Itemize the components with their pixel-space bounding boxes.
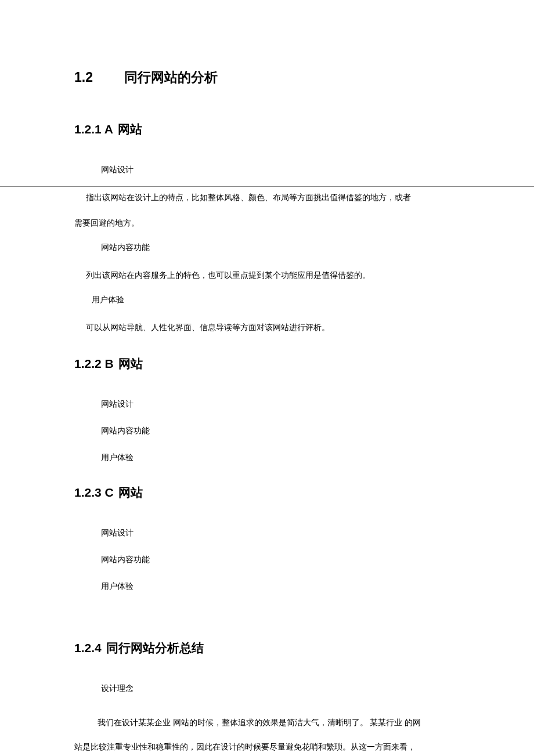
heading-1-2: 1.2同行网站的分析 [74,68,464,86]
subheading-ux: 用户体验 [101,578,464,595]
subheading-function: 网站内容功能 [101,552,464,568]
body-text: 需要回避的地方。 [74,214,464,233]
heading-text: 网站 [118,357,143,370]
heading-text: 网站 [118,122,142,136]
document-page: 1.2同行网站的分析 1.2.1 A 网站 网站设计 指出该网站在设计上的特点，… [0,0,534,756]
heading-1-2-2: 1.2.2 B 网站 [74,356,464,372]
heading-number: 1.2 [74,70,124,85]
subheading-design: 网站设计 [101,162,464,178]
heading-number: 1.2.4 [74,641,102,654]
subheading-design: 网站设计 [101,396,464,413]
heading-text: 同行网站分析总结 [106,641,204,654]
subheading-design: 网站设计 [101,525,464,541]
heading-text: 网站 [118,486,143,499]
subheading-function: 网站内容功能 [101,240,464,256]
subheading-ux: 用户体验 [92,292,464,308]
heading-number: 1.2.1 A [74,122,113,136]
subheading-concept: 设计理念 [101,681,464,697]
heading-number: 1.2.2 B [74,357,114,370]
heading-1-2-4: 1.2.4 同行网站分析总结 [74,640,464,656]
subheading-ux: 用户体验 [101,450,464,466]
body-paragraph: 站是比较注重专业性和稳重性的，因此在设计的时候要尽量避免花哨和繁琐。从这一方面来… [74,735,464,756]
body-text: 可以从网站导航、人性化界面、信息导读等方面对该网站进行评析。 [86,319,464,337]
heading-number: 1.2.3 C [74,486,114,499]
heading-1-2-1: 1.2.1 A 网站 [74,121,464,138]
heading-1-2-3: 1.2.3 C 网站 [74,484,464,501]
heading-text: 同行网站的分析 [124,70,218,85]
horizontal-divider [0,186,534,187]
body-paragraph: 我们在设计某某企业 网站的时候，整体追求的效果是简洁大气，清晰明了。 某某行业 … [74,711,464,735]
body-text: 列出该网站在内容服务上的特色，也可以重点提到某个功能应用是值得借鉴的。 [86,266,464,285]
body-text: 指出该网站在设计上的特点，比如整体风格、颜色、布局等方面挑出值得借鉴的地方，或者 [86,189,464,207]
subheading-function: 网站内容功能 [101,423,464,439]
